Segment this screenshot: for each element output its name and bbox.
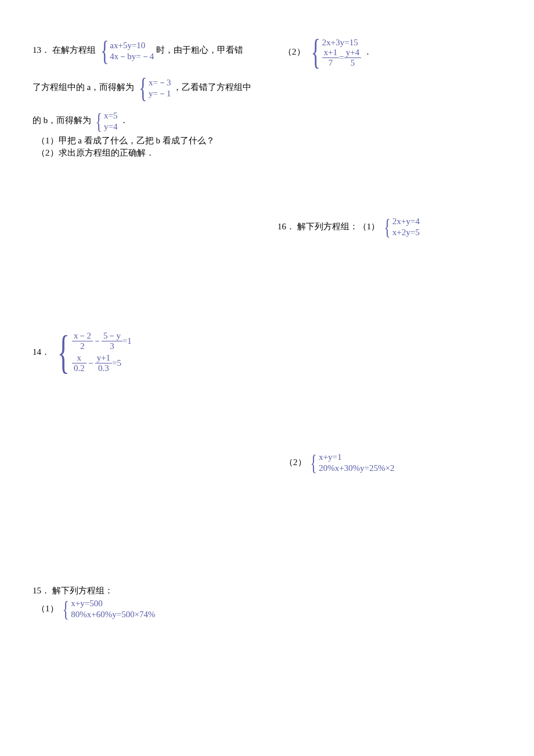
problem-14: 14． { x－2 2 － 5－y 3 =1 x 0.2 － y+1 0.3 <box>33 331 132 373</box>
problem-15-part2: （2） { 2x+3y=15 x+1 7 = y+4 5 ． <box>283 36 372 69</box>
eq-line: 2x+3y=15 <box>322 37 361 48</box>
eq-line: x+y=1 <box>319 452 394 463</box>
problem-13-line3: 的 b，而得解为 { x=5 y=4 ． <box>33 110 282 132</box>
brace-icon: { <box>384 217 391 237</box>
q16-title: 解下列方程组： <box>297 221 358 233</box>
brace-icon: { <box>139 75 147 100</box>
q14-number: 14． <box>33 346 50 358</box>
eq-line: x+y=500 <box>71 598 155 609</box>
q16-number: 16． <box>277 221 295 233</box>
period: ． <box>363 46 372 58</box>
fraction: x 0.2 <box>72 353 86 373</box>
eq-line: x+2y=5 <box>392 227 420 238</box>
q15-title: 解下列方程组： <box>52 586 113 595</box>
eq-line: 4x－by=－4 <box>110 51 154 62</box>
q13-mid: 时，由于粗心，甲看错 <box>156 45 243 55</box>
problem-16-part2: （2） { x+y=1 20%x+30%y=25%×2 <box>284 452 395 474</box>
fraction: 5－y 3 <box>102 331 122 351</box>
q15-number: 15． <box>33 586 50 595</box>
eq-line: 2x+y=4 <box>392 216 420 227</box>
problem-16: 16． 解下列方程组：（1） { 2x+y=4 x+2y=5 <box>277 216 420 238</box>
q13-system-3: { x=5 y=4 <box>93 110 117 132</box>
eq-line: x 0.2 － y+1 0.3 =5 <box>72 353 132 373</box>
problem-15-part1: （1） { x+y=500 80%x+60%y=500×74% <box>37 598 156 620</box>
fraction: y+1 0.3 <box>95 353 112 373</box>
brace-icon: { <box>100 38 109 63</box>
eq-line: 80%x+60%y=500×74% <box>71 609 155 620</box>
q13-pre: 在解方程组 <box>52 45 96 55</box>
q13-sub1: （1）甲把 a 看成了什么，乙把 b 看成了什么？ <box>37 135 215 147</box>
fraction: y+4 5 <box>344 48 361 67</box>
brace-icon: { <box>311 453 317 473</box>
eq-line: ax+5y=10 <box>110 40 154 51</box>
eq-line: 20%x+30%y=25%×2 <box>319 463 394 474</box>
problem-15-title: 15． 解下列方程组： <box>33 585 113 597</box>
problem-13: 13． 在解方程组 { ax+5y=10 4x－by=－4 时，由于粗心，甲看错 <box>33 38 282 63</box>
eq-line: y=4 <box>104 121 117 132</box>
text: ． <box>120 116 128 125</box>
fraction: x－2 2 <box>72 331 93 351</box>
eq-line: y=－1 <box>149 88 171 99</box>
eq-line: x=－3 <box>149 77 171 88</box>
q14-system: { x－2 2 － 5－y 3 =1 x 0.2 － y+1 0.3 =5 <box>52 331 132 373</box>
p1-label: （1） <box>358 221 380 233</box>
q16-system-2: { x+y=1 20%x+30%y=25%×2 <box>308 452 394 474</box>
q13-sub2: （2）求出原方程组的正确解． <box>37 147 154 159</box>
brace-icon: { <box>96 111 102 131</box>
fraction: x+1 7 <box>322 48 339 67</box>
text: ，乙看错了方程组中 <box>173 82 251 92</box>
q15-system-1: { x+y=500 80%x+60%y=500×74% <box>60 598 155 620</box>
p2-label: （2） <box>284 456 306 469</box>
eq-line: x+1 7 = y+4 5 <box>322 48 361 67</box>
p1-label: （1） <box>37 603 59 615</box>
text: 的 b，而得解为 <box>33 116 91 125</box>
q15-system-2: { 2x+3y=15 x+1 7 = y+4 5 <box>307 36 361 69</box>
brace-icon: { <box>311 36 320 69</box>
q13-number: 13． <box>33 45 50 55</box>
q13-system-1: { ax+5y=10 4x－by=－4 <box>98 38 154 63</box>
p2-label: （2） <box>283 46 305 58</box>
text: 了方程组中的 a，而得解为 <box>33 82 134 92</box>
eq-line: x=5 <box>104 110 117 121</box>
problem-13-line2: 了方程组中的 a，而得解为 { x=－3 y=－1 ，乙看错了方程组中 <box>33 75 282 100</box>
q16-system-1: { 2x+y=4 x+2y=5 <box>382 216 420 238</box>
q13-system-2: { x=－3 y=－1 <box>136 75 171 100</box>
eq-line: x－2 2 － 5－y 3 =1 <box>72 331 132 351</box>
brace-icon: { <box>57 331 69 373</box>
brace-icon: { <box>63 599 69 619</box>
